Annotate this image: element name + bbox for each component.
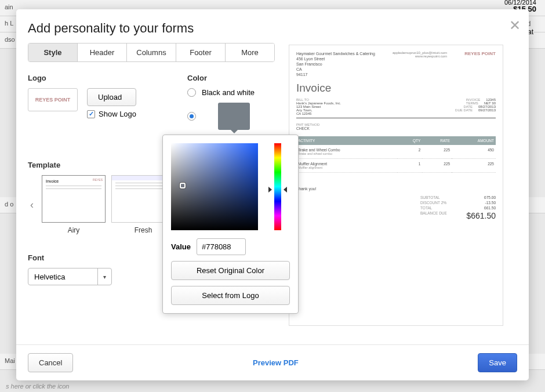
saturation-value-area[interactable] xyxy=(171,143,258,230)
tab-header[interactable]: Header xyxy=(78,43,127,61)
modal-header: Add personality to your forms ✕ xyxy=(16,9,529,43)
tab-more[interactable]: More xyxy=(226,43,274,61)
select-from-logo-button[interactable]: Select from Logo xyxy=(171,286,290,305)
preview-contact: appledemoproc10_plus@intuit.com www.reye… xyxy=(393,51,447,77)
color-value-input[interactable] xyxy=(197,238,246,255)
value-label: Value xyxy=(171,242,191,251)
preview-thanks: Thank you! xyxy=(296,187,317,221)
preview-meta: INVOICE12345 TERMSNET 30 DATE08/27/2013 … xyxy=(455,98,496,115)
modal-footer: Cancel Preview PDF Save xyxy=(16,344,529,380)
hue-slider[interactable] xyxy=(274,143,281,230)
cancel-button[interactable]: Cancel xyxy=(28,353,73,372)
color-section: Color Black and white xyxy=(187,74,255,136)
logo-thumbnail[interactable]: REYES POINT xyxy=(28,88,78,111)
swatch-arrow-icon xyxy=(231,130,238,133)
template-section: Template ‹ Invoice REYES Airy F xyxy=(28,161,175,234)
show-logo-checkbox[interactable]: ✓ Show Logo xyxy=(87,110,136,118)
pmt-method: CHECK xyxy=(296,126,496,130)
table-row: Brake and Wheel ComboBrake and wheel com… xyxy=(296,145,496,159)
preview-title: Invoice xyxy=(296,82,496,95)
color-swatch[interactable] xyxy=(218,103,250,130)
radio-icon xyxy=(187,88,196,97)
template-name: Airy xyxy=(68,226,80,234)
save-button[interactable]: Save xyxy=(478,353,517,372)
font-label: Font xyxy=(28,253,112,262)
hue-cursor[interactable] xyxy=(272,188,284,191)
customize-forms-modal: Add personality to your forms ✕ Style He… xyxy=(16,9,529,380)
chevron-left-icon[interactable]: ‹ xyxy=(28,199,36,211)
preview-totals: SUBTOTAL675.00 DISCOUNT 2%-13.50 TOTAL66… xyxy=(420,195,496,221)
color-bw-option[interactable]: Black and white xyxy=(187,88,255,97)
tab-style[interactable]: Style xyxy=(28,43,78,61)
color-custom-option[interactable] xyxy=(187,103,255,130)
sv-cursor[interactable] xyxy=(180,183,186,188)
check-icon: ✓ xyxy=(87,110,95,118)
chevron-down-icon[interactable]: ▾ xyxy=(97,268,111,285)
template-label: Template xyxy=(28,161,175,169)
reset-color-button[interactable]: Reset Original Color xyxy=(171,261,290,280)
preview-line-table: ACTIVITY QTY RATE AMOUNT Brake and Wheel… xyxy=(296,136,496,173)
invoice-preview: Haymaker Gourmet Sandwiches & Catering 4… xyxy=(289,45,503,326)
color-picker: Value Reset Original Color Select from L… xyxy=(162,135,299,314)
modal-title: Add personality to your forms xyxy=(28,21,517,36)
table-row: Muffler AlignmentMuffler alignment 1 225… xyxy=(296,159,496,173)
template-card-airy[interactable]: Invoice REYES Airy xyxy=(42,175,106,234)
font-section: Font Helvetica ▾ xyxy=(28,253,112,285)
template-name: Fresh xyxy=(135,226,152,234)
logo-text: REYES POINT xyxy=(35,97,71,103)
preview-logo: REYES POINT xyxy=(464,51,496,77)
tabs: Style Header Columns Footer More xyxy=(28,43,275,62)
color-label: Color xyxy=(187,74,255,82)
bw-label: Black and white xyxy=(202,88,255,97)
font-value: Helvetica xyxy=(28,273,97,281)
preview-pdf-link[interactable]: Preview PDF xyxy=(253,358,299,367)
modal-body: Logo REYES POINT Upload ✓ Show Logo Colo… xyxy=(16,62,529,344)
upload-button[interactable]: Upload xyxy=(87,88,136,106)
show-logo-label: Show Logo xyxy=(99,110,136,118)
tab-footer[interactable]: Footer xyxy=(176,43,226,61)
tab-columns[interactable]: Columns xyxy=(127,43,176,61)
template-thumb: Invoice REYES xyxy=(42,175,106,223)
font-select[interactable]: Helvetica ▾ xyxy=(28,268,112,285)
radio-checked-icon xyxy=(187,112,196,121)
close-icon[interactable]: ✕ xyxy=(509,17,521,34)
preview-billto: BILL TO Hank's Japanese Foods, Inc. 123 … xyxy=(296,98,341,115)
preview-company: Haymaker Gourmet Sandwiches & Catering 4… xyxy=(296,51,375,77)
